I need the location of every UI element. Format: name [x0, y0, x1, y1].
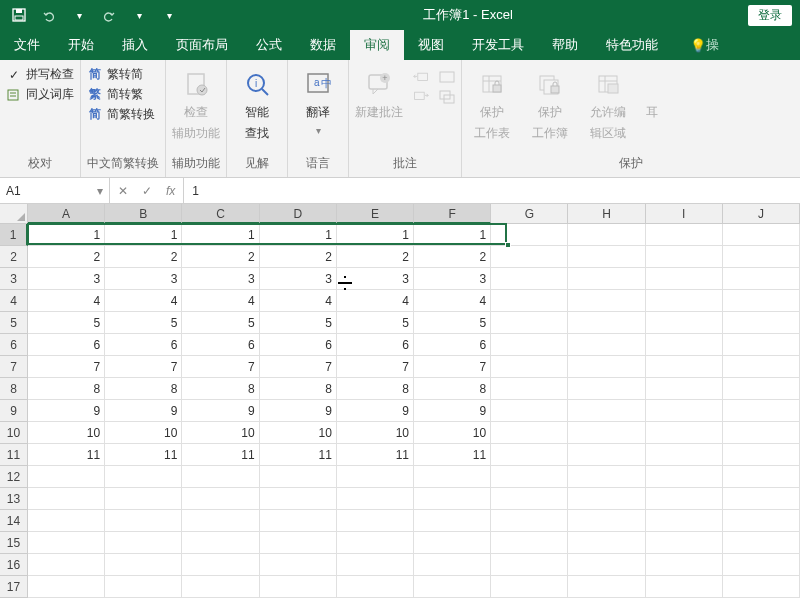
cell[interactable] [491, 422, 568, 444]
cell[interactable] [491, 312, 568, 334]
cell[interactable]: 2 [105, 246, 182, 268]
cell[interactable]: 6 [414, 334, 491, 356]
cell[interactable]: 6 [337, 334, 414, 356]
row-header[interactable]: 15 [0, 532, 28, 554]
cell[interactable]: 2 [414, 246, 491, 268]
redo-dropdown-icon[interactable]: ▾ [128, 4, 150, 26]
cell[interactable] [337, 576, 414, 598]
cell[interactable]: 10 [182, 422, 259, 444]
cell[interactable]: 11 [105, 444, 182, 466]
cell[interactable] [568, 422, 645, 444]
cell[interactable] [491, 466, 568, 488]
tab-视图[interactable]: 视图 [404, 30, 458, 60]
row-header[interactable]: 9 [0, 400, 28, 422]
row-header[interactable]: 2 [0, 246, 28, 268]
cell[interactable]: 1 [337, 224, 414, 246]
cell[interactable] [646, 510, 723, 532]
col-header[interactable]: A [28, 204, 105, 224]
cell[interactable]: 6 [182, 334, 259, 356]
cell[interactable] [105, 554, 182, 576]
cell[interactable] [105, 466, 182, 488]
translate-button[interactable]: a中 翻译 ▾ [294, 64, 342, 152]
cell[interactable] [646, 576, 723, 598]
cell[interactable] [337, 466, 414, 488]
cell[interactable] [646, 378, 723, 400]
cell[interactable]: 10 [28, 422, 105, 444]
cell[interactable] [646, 400, 723, 422]
row-header[interactable]: 10 [0, 422, 28, 444]
cell[interactable] [260, 532, 337, 554]
cell[interactable] [723, 422, 800, 444]
cell[interactable] [723, 488, 800, 510]
select-all-corner[interactable] [0, 204, 28, 224]
tell-me-button[interactable]: 💡 操 [672, 30, 733, 60]
cell[interactable] [568, 466, 645, 488]
cell[interactable] [105, 510, 182, 532]
chinese-convert-button[interactable]: 简简繁转换 [87, 106, 155, 123]
cell[interactable] [723, 576, 800, 598]
cell[interactable]: 11 [414, 444, 491, 466]
cell[interactable] [646, 356, 723, 378]
cell[interactable] [646, 224, 723, 246]
cell[interactable]: 10 [337, 422, 414, 444]
cell[interactable]: 9 [337, 400, 414, 422]
cell[interactable]: 9 [28, 400, 105, 422]
cell[interactable] [723, 312, 800, 334]
cell[interactable]: 4 [28, 290, 105, 312]
cell[interactable]: 9 [105, 400, 182, 422]
row-header[interactable]: 6 [0, 334, 28, 356]
cell[interactable] [337, 510, 414, 532]
simp-to-trad-button[interactable]: 繁简转繁 [87, 86, 155, 103]
cell[interactable] [28, 466, 105, 488]
cell[interactable] [568, 246, 645, 268]
cell[interactable]: 8 [337, 378, 414, 400]
cell[interactable] [491, 334, 568, 356]
cell[interactable] [182, 554, 259, 576]
cell[interactable] [105, 488, 182, 510]
row-header[interactable]: 17 [0, 576, 28, 598]
formula-bar[interactable]: 1 [184, 178, 800, 203]
col-header[interactable]: F [414, 204, 491, 224]
cell[interactable] [646, 466, 723, 488]
cell[interactable]: 7 [28, 356, 105, 378]
cell[interactable]: 11 [182, 444, 259, 466]
trad-to-simp-button[interactable]: 简繁转简 [87, 66, 155, 83]
cell[interactable]: 4 [105, 290, 182, 312]
row-header[interactable]: 5 [0, 312, 28, 334]
smart-lookup-button[interactable]: i 智能 查找 [233, 64, 281, 152]
cell[interactable] [491, 246, 568, 268]
enter-icon[interactable]: ✓ [142, 184, 152, 198]
cell[interactable] [491, 532, 568, 554]
row-header[interactable]: 8 [0, 378, 28, 400]
cell[interactable]: 3 [337, 268, 414, 290]
cell[interactable]: 2 [260, 246, 337, 268]
col-header[interactable]: G [491, 204, 568, 224]
tab-插入[interactable]: 插入 [108, 30, 162, 60]
cell[interactable] [646, 488, 723, 510]
cell[interactable] [723, 400, 800, 422]
cell[interactable]: 9 [414, 400, 491, 422]
cell[interactable]: 1 [28, 224, 105, 246]
cell[interactable] [182, 576, 259, 598]
cell[interactable] [568, 268, 645, 290]
cell[interactable]: 11 [260, 444, 337, 466]
undo-dropdown-icon[interactable]: ▾ [68, 4, 90, 26]
cell[interactable]: 11 [28, 444, 105, 466]
cell[interactable]: 8 [182, 378, 259, 400]
row-header[interactable]: 4 [0, 290, 28, 312]
cell[interactable] [337, 488, 414, 510]
cell[interactable]: 6 [105, 334, 182, 356]
row-header[interactable]: 11 [0, 444, 28, 466]
cell[interactable] [414, 576, 491, 598]
cell[interactable] [568, 576, 645, 598]
cell[interactable]: 2 [337, 246, 414, 268]
cell[interactable] [491, 444, 568, 466]
cell[interactable] [568, 312, 645, 334]
cell[interactable] [414, 532, 491, 554]
col-header[interactable]: E [337, 204, 414, 224]
row-header[interactable]: 3 [0, 268, 28, 290]
cell[interactable] [260, 510, 337, 532]
tab-帮助[interactable]: 帮助 [538, 30, 592, 60]
cell[interactable]: 6 [28, 334, 105, 356]
cell[interactable] [568, 290, 645, 312]
